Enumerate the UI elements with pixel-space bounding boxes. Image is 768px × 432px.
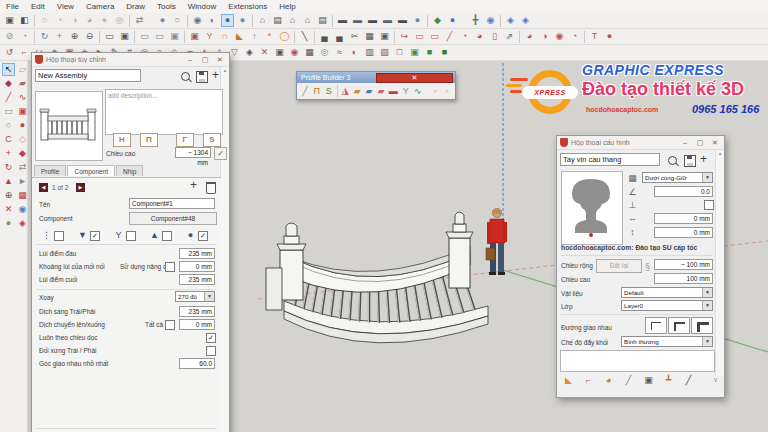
waves-icon[interactable]: ≈: [333, 46, 346, 59]
layout-export-icon[interactable]: ▬: [336, 14, 349, 27]
assembly-orange-icon[interactable]: ▰: [352, 85, 362, 98]
cross-red-icon[interactable]: ✕: [258, 46, 271, 59]
flip-checkbox[interactable]: [704, 200, 714, 210]
rotate-select[interactable]: 270 độ ▼: [175, 291, 215, 302]
pencil-red-icon[interactable]: ╱: [443, 30, 456, 43]
bullseye-icon[interactable]: ◉: [288, 46, 301, 59]
panel-2-icon[interactable]: ▣: [273, 46, 286, 59]
lock-rect-icon[interactable]: ▣: [168, 30, 181, 43]
box-open-icon[interactable]: □: [393, 46, 406, 59]
view-right-icon[interactable]: ●: [236, 14, 249, 27]
orbit-small-icon[interactable]: ◉: [16, 203, 29, 216]
menu-camera[interactable]: Camera: [80, 2, 120, 11]
offset-v-input[interactable]: 0 mm: [654, 227, 713, 238]
no-entry-icon[interactable]: ⊘: [3, 30, 16, 43]
next-component-button[interactable]: ▶: [76, 183, 85, 192]
doc-1-icon[interactable]: ▯: [488, 30, 501, 43]
width-input[interactable]: ~ 100 mm: [654, 259, 713, 270]
tab-profile[interactable]: Profile: [34, 165, 66, 176]
vegetation-icon[interactable]: ◆: [431, 14, 444, 27]
ring-orange-icon[interactable]: ◯: [278, 30, 291, 43]
style-textured-icon[interactable]: ◕: [83, 14, 96, 27]
layer-select[interactable]: Layer0 ▼: [621, 300, 713, 311]
undo-red-icon[interactable]: ↪: [398, 30, 411, 43]
style-monochrome-icon[interactable]: ●: [98, 14, 111, 27]
pin-down-checkbox[interactable]: [90, 231, 100, 241]
minimize-icon[interactable]: –: [184, 56, 196, 63]
corner-square-button[interactable]: [691, 317, 713, 334]
rotated-rect-icon[interactable]: ▣: [16, 105, 29, 118]
save-icon[interactable]: [196, 71, 208, 83]
zoom-previous-icon[interactable]: ⊖: [83, 30, 96, 43]
fog-toggle-icon[interactable]: ○: [171, 14, 184, 27]
all-checkbox[interactable]: [165, 320, 175, 330]
match-photo-icon[interactable]: ⇄: [133, 14, 146, 27]
extend-2-icon[interactable]: ▫: [442, 85, 452, 98]
close-icon[interactable]: ✕: [376, 73, 453, 83]
select-face-icon[interactable]: ▣: [642, 374, 655, 387]
follow-me-icon[interactable]: ◆: [16, 147, 29, 160]
dome-icon[interactable]: ∩: [218, 30, 231, 43]
zoom-icon[interactable]: ⊕: [68, 30, 81, 43]
funnel-icon[interactable]: Y: [203, 30, 216, 43]
drill-tool-icon[interactable]: ⌐: [582, 374, 595, 387]
min-angle-input[interactable]: 60.0: [179, 358, 215, 369]
stamp-tool-icon[interactable]: ▰: [16, 77, 29, 90]
camera-icon[interactable]: ▣: [188, 30, 201, 43]
menu-tools[interactable]: Tools: [151, 2, 182, 11]
chevron-down-icon[interactable]: ▼: [702, 337, 712, 346]
circle-icon[interactable]: ○: [2, 119, 15, 132]
refresh-cw-icon[interactable]: ↺: [3, 46, 16, 59]
corner-round-button[interactable]: [668, 317, 690, 334]
component-name-input[interactable]: Component#1: [129, 198, 215, 209]
assembly-name-input[interactable]: New Assembly: [35, 69, 141, 82]
red-tool-2-icon[interactable]: ◑: [538, 30, 551, 43]
menu-extensions[interactable]: Extensions: [222, 2, 273, 11]
leaf-1-icon[interactable]: ▣: [408, 46, 421, 59]
red-tool-1-icon[interactable]: ◕: [523, 30, 536, 43]
view-front-icon[interactable]: ●: [221, 14, 234, 27]
material-select[interactable]: Default ▼: [621, 287, 713, 298]
profile-builder-titlebar[interactable]: Profile Builder 3 ✕: [297, 72, 455, 83]
geo-location-icon[interactable]: ●: [446, 14, 459, 27]
view-top-icon[interactable]: ◐: [206, 14, 219, 27]
build-assembly-icon[interactable]: S: [324, 85, 334, 98]
menu-edit[interactable]: Edit: [25, 2, 51, 11]
search-icon[interactable]: [181, 72, 190, 81]
monitor-2-icon[interactable]: ▣: [118, 30, 131, 43]
prev-component-button[interactable]: ◀: [39, 183, 48, 192]
add-component-icon[interactable]: +: [190, 180, 197, 191]
lod-1-icon[interactable]: ▬: [351, 14, 364, 27]
render-globe-icon[interactable]: ●: [411, 14, 424, 27]
assembly-dialog-titlebar[interactable]: Hộp thoại tùy chỉnh – ▢ ✕: [32, 53, 229, 67]
description-input[interactable]: add description...: [105, 89, 223, 135]
hatch-2-icon[interactable]: ▨: [378, 46, 391, 59]
orbit-icon[interactable]: ↻: [38, 30, 51, 43]
assembly-blue-icon[interactable]: ▰: [364, 85, 374, 98]
end-offset-input[interactable]: 235 mm: [179, 274, 215, 285]
post-checkbox[interactable]: [198, 231, 208, 241]
assembly-type-corner-button[interactable]: Γ: [176, 133, 194, 147]
advanced-checkbox[interactable]: [165, 262, 175, 272]
menu-file[interactable]: File: [0, 2, 25, 11]
stamp-seal-icon[interactable]: ┻: [662, 374, 675, 387]
style-hidden-line-icon[interactable]: ◔: [53, 14, 66, 27]
assembly-type-hbeam-button[interactable]: H: [113, 133, 131, 147]
zoom-extents-icon[interactable]: ◈: [519, 14, 532, 27]
section-plane-icon[interactable]: ◈: [16, 217, 29, 230]
lod-4-icon[interactable]: ▬: [396, 14, 409, 27]
zoom-window-icon[interactable]: ◈: [504, 14, 517, 27]
rect-tool-2-icon[interactable]: ▭: [153, 30, 166, 43]
ring-2-icon[interactable]: ◎: [318, 46, 331, 59]
arc-tool-icon[interactable]: ⌐: [18, 46, 31, 59]
rectangle-icon[interactable]: ▭: [2, 105, 15, 118]
quantifier-icon[interactable]: Y: [401, 85, 411, 98]
menu-view[interactable]: View: [51, 2, 80, 11]
cone-tool-icon[interactable]: ◣: [562, 374, 575, 387]
monitor-1-icon[interactable]: ▭: [103, 30, 116, 43]
reset-button[interactable]: Đặt lại: [596, 259, 642, 273]
shift-lr-input[interactable]: 235 mm: [179, 306, 215, 317]
vertical-always-checkbox[interactable]: [206, 333, 216, 343]
make-component-icon[interactable]: ▣: [3, 14, 16, 27]
component-options-icon[interactable]: ◧: [18, 14, 31, 27]
